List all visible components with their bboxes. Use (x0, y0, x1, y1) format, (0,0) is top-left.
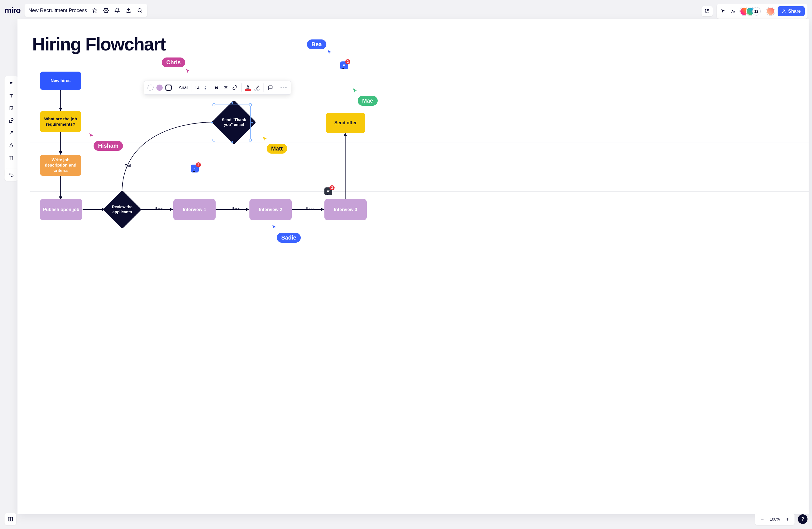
cursor-chris-label: Chris (162, 58, 185, 67)
tool-select[interactable] (6, 78, 16, 88)
node-interview-2[interactable]: Interview 2 (249, 199, 292, 220)
text-color-icon[interactable]: A (245, 85, 251, 91)
tool-arrow[interactable] (6, 128, 16, 138)
star-icon[interactable] (91, 7, 98, 14)
canvas[interactable]: Hiring Flowchart (17, 19, 809, 514)
svg-rect-6 (707, 9, 709, 11)
svg-rect-37 (9, 517, 10, 521)
tool-frame[interactable] (6, 153, 16, 163)
node-interview-3[interactable]: Interview 3 (324, 199, 367, 220)
cursor-sadie-label: Sadie (277, 233, 301, 243)
comment-count: 3 (196, 162, 201, 167)
undo-button[interactable] (4, 168, 18, 181)
link-icon[interactable] (232, 85, 238, 91)
board-title[interactable]: New Recruitment Process (28, 8, 87, 14)
font-size[interactable]: 14 (195, 85, 200, 90)
tool-text[interactable] (6, 91, 16, 101)
frames-panel-button[interactable] (4, 513, 16, 525)
lane-divider (30, 191, 809, 192)
svg-point-1 (105, 10, 106, 11)
svg-point-10 (783, 10, 784, 11)
node-new-hires[interactable]: New hires (40, 72, 81, 90)
upload-icon[interactable] (125, 7, 132, 14)
zoom-out-button[interactable]: − (758, 515, 766, 523)
lane-divider (30, 143, 809, 143)
svg-point-3 (138, 9, 141, 12)
logo[interactable]: miro (4, 6, 20, 15)
help-button[interactable]: ? (798, 514, 808, 524)
comment-icon[interactable] (267, 85, 273, 91)
search-icon[interactable] (136, 7, 143, 14)
cursor-bea-arrow (327, 49, 332, 54)
bottom-right-cluster: − 100% + ? (755, 513, 808, 525)
svg-rect-38 (11, 517, 13, 521)
apps-button[interactable] (701, 6, 713, 16)
canvas-frame[interactable]: Hiring Flowchart (17, 19, 809, 514)
node-requirements[interactable]: What are the job requirements? (40, 111, 81, 132)
reactions-icon[interactable] (730, 8, 737, 15)
svg-line-4 (141, 12, 142, 13)
top-left-cluster: miro New Recruitment Process (4, 4, 147, 17)
comment-thread[interactable]: 3 (191, 165, 199, 173)
border-style-swatch[interactable] (147, 85, 154, 91)
cursor-hisham-label: Hisham (93, 141, 123, 151)
cursor-bea-label: Bea (307, 40, 327, 49)
comment-thread[interactable]: 3 (324, 188, 332, 195)
lane-divider (30, 99, 809, 99)
edge-label-pass: Pass (231, 206, 240, 211)
comment-thread[interactable]: 2 (340, 61, 348, 69)
context-toolbar: Arial 14 ▲▼ B A (144, 80, 291, 95)
arrows-layer (17, 19, 809, 514)
zoom-level[interactable]: 100% (770, 517, 780, 521)
edge-label-fail: Fail (125, 163, 131, 168)
svg-point-5 (705, 9, 706, 10)
font-family[interactable]: Arial (179, 85, 188, 90)
node-interview-1[interactable]: Interview 1 (173, 199, 216, 220)
cursor-sadie-arrow (272, 224, 277, 230)
pointer-mode-icon[interactable] (720, 8, 727, 15)
svg-marker-7 (705, 12, 706, 13)
share-button[interactable]: Share (778, 6, 805, 16)
more-icon[interactable]: ••• (280, 85, 288, 91)
cursor-mae-arrow (352, 88, 357, 93)
board-title-chip: New Recruitment Process (25, 4, 147, 17)
tool-pen[interactable] (6, 141, 16, 150)
fill-color-swatch[interactable] (156, 85, 163, 91)
left-toolbar (4, 76, 18, 178)
avatar-overflow-count[interactable]: 12 (752, 7, 761, 15)
selection-bounds[interactable] (214, 105, 250, 141)
cursor-matt-label: Matt (266, 144, 287, 153)
settings-icon[interactable] (102, 7, 110, 14)
share-label: Share (788, 9, 801, 14)
highlight-icon[interactable] (254, 85, 260, 91)
comment-count: 3 (330, 185, 335, 190)
tool-sticky[interactable] (6, 103, 16, 113)
app-root: miro New Recruitment Process (0, 0, 812, 529)
node-write-description[interactable]: Write job description and criteria (40, 155, 81, 176)
bold-icon[interactable]: B (214, 85, 220, 91)
node-review-label: Review the applicants (108, 196, 136, 223)
edge-label-pass: Pass (306, 206, 315, 211)
cursor-chris-arrow (186, 68, 190, 73)
bell-icon[interactable] (114, 7, 121, 14)
svg-point-14 (11, 119, 13, 121)
zoom-in-button[interactable]: + (784, 515, 791, 523)
chart-title: Hiring Flowchart (32, 34, 165, 55)
avatar-self[interactable] (766, 7, 775, 15)
node-send-offer[interactable]: Send offer (326, 113, 365, 133)
presence-panel: 12 Share (717, 4, 808, 19)
font-size-stepper[interactable]: ▲▼ (204, 85, 207, 90)
svg-line-15 (10, 132, 13, 135)
top-right-cluster: 12 Share (701, 4, 808, 19)
cursor-matt-arrow (262, 136, 267, 141)
comment-count: 2 (345, 59, 350, 64)
edge-label-pass: Pass (155, 206, 163, 211)
cursor-mae-label: Mae (358, 96, 378, 106)
zoom-panel: − 100% + (755, 513, 795, 525)
svg-marker-0 (92, 9, 97, 13)
node-publish[interactable]: Publish open job (40, 199, 82, 220)
shape-type-swatch[interactable] (165, 85, 172, 91)
tool-shape[interactable] (6, 116, 16, 126)
align-icon[interactable] (223, 85, 229, 91)
node-review[interactable]: Review the applicants (108, 196, 136, 223)
